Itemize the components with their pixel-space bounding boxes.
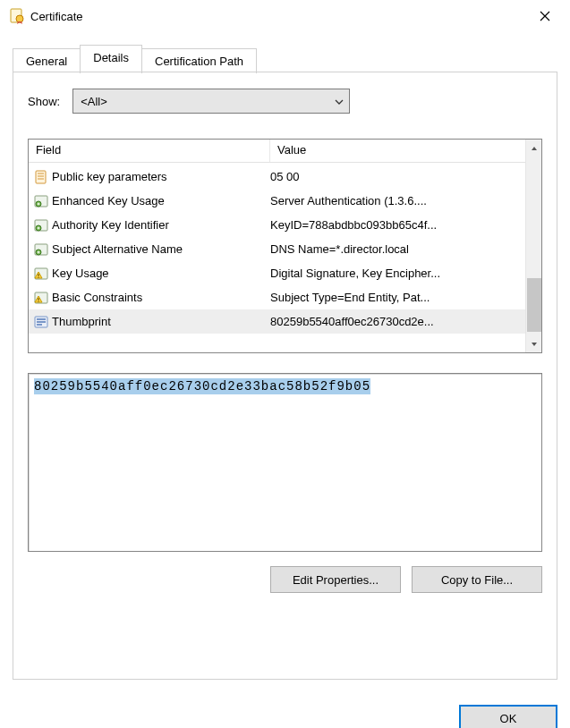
show-select-value: <All> bbox=[81, 95, 107, 108]
svg-rect-17 bbox=[38, 301, 38, 301]
list-cell-value: KeyID=788abdbbc093bb65c4f... bbox=[270, 218, 525, 232]
thumbprint-icon bbox=[32, 313, 50, 331]
list-row[interactable]: Thumbprint80259b5540aff0ec26730cd2e... bbox=[29, 309, 525, 334]
tab-strip: General Details Certification Path bbox=[13, 39, 557, 72]
list-cell-value: DNS Name=*.director.local bbox=[270, 242, 525, 256]
list-cell-field: Basic Constraints bbox=[29, 289, 270, 307]
list-row[interactable]: Public key parameters05 00 bbox=[29, 165, 525, 189]
column-header-value[interactable]: Value bbox=[270, 140, 525, 162]
title-bar: Certificate bbox=[0, 0, 570, 32]
close-icon bbox=[540, 11, 550, 21]
list-cell-field: Thumbprint bbox=[29, 313, 270, 331]
list-header: Field Value bbox=[29, 140, 525, 163]
certificate-icon bbox=[9, 8, 25, 24]
field-text: Key Usage bbox=[52, 267, 109, 280]
svg-rect-2 bbox=[36, 171, 46, 183]
svg-rect-16 bbox=[38, 298, 38, 301]
panel-button-row: Edit Properties... Copy to File... bbox=[28, 566, 542, 593]
list-cell-value: 80259b5540aff0ec26730cd2e... bbox=[270, 315, 525, 328]
tab-certification-path[interactable]: Certification Path bbox=[141, 48, 257, 73]
dialog-footer: OK bbox=[0, 692, 570, 728]
svg-rect-13 bbox=[38, 274, 38, 276]
list-cell-field: Subject Alternative Name bbox=[29, 241, 270, 258]
tab-panel-details: Show: <All> Field Value Public key param… bbox=[13, 72, 557, 680]
tab-general[interactable]: General bbox=[13, 48, 81, 73]
svg-point-1 bbox=[16, 15, 23, 22]
scroll-thumb[interactable] bbox=[527, 278, 541, 332]
field-text: Public key parameters bbox=[52, 170, 167, 183]
list-cell-field: Public key parameters bbox=[29, 168, 270, 186]
field-text: Subject Alternative Name bbox=[52, 242, 183, 256]
show-select[interactable]: <All> bbox=[72, 89, 350, 114]
list-row[interactable]: Subject Alternative NameDNS Name=*.direc… bbox=[29, 237, 525, 261]
document-icon bbox=[32, 168, 50, 186]
show-label: Show: bbox=[28, 95, 60, 108]
extension-icon bbox=[32, 216, 50, 234]
field-text: Basic Constraints bbox=[52, 291, 142, 304]
list-cell-value: 05 00 bbox=[270, 170, 525, 183]
list-row[interactable]: Basic ConstraintsSubject Type=End Entity… bbox=[29, 285, 525, 309]
field-list: Field Value Public key parameters05 00En… bbox=[28, 139, 542, 353]
list-cell-field: Authority Key Identifier bbox=[29, 216, 270, 234]
close-button[interactable] bbox=[527, 3, 563, 30]
copy-to-file-button[interactable]: Copy to File... bbox=[412, 566, 542, 593]
extension-warning-icon bbox=[32, 289, 50, 307]
detail-text-box[interactable]: 80259b5540aff0ec26730cd2e33bac58b52f9b05 bbox=[28, 373, 542, 552]
extension-warning-icon bbox=[32, 265, 50, 283]
list-cell-value: Digital Signature, Key Encipher... bbox=[270, 267, 525, 280]
svg-rect-20 bbox=[37, 321, 46, 323]
window-title: Certificate bbox=[25, 10, 527, 23]
edit-properties-button[interactable]: Edit Properties... bbox=[270, 566, 401, 593]
dialog-content: General Details Certification Path Show:… bbox=[0, 32, 570, 692]
list-cell-field: Key Usage bbox=[29, 265, 270, 283]
svg-rect-14 bbox=[38, 276, 38, 277]
field-text: Authority Key Identifier bbox=[52, 218, 169, 232]
svg-rect-21 bbox=[37, 324, 42, 326]
show-row: Show: <All> bbox=[28, 89, 542, 114]
scroll-up-icon[interactable] bbox=[531, 140, 538, 157]
field-text: Enhanced Key Usage bbox=[52, 194, 165, 207]
chevron-down-icon bbox=[335, 97, 344, 106]
list-cell-field: Enhanced Key Usage bbox=[29, 192, 270, 210]
list-cell-value: Server Authentication (1.3.6.... bbox=[270, 194, 525, 207]
ok-button[interactable]: OK bbox=[459, 705, 557, 728]
extension-icon bbox=[32, 192, 50, 210]
field-text: Thumbprint bbox=[52, 315, 111, 328]
list-row[interactable]: Enhanced Key UsageServer Authentication … bbox=[29, 189, 525, 213]
list-cell-value: Subject Type=End Entity, Pat... bbox=[270, 291, 525, 304]
tab-details[interactable]: Details bbox=[80, 45, 142, 72]
vertical-scrollbar[interactable] bbox=[525, 140, 541, 352]
extension-icon bbox=[32, 241, 50, 258]
column-header-field[interactable]: Field bbox=[29, 140, 270, 162]
detail-selected-text: 80259b5540aff0ec26730cd2e33bac58b52f9b05 bbox=[34, 378, 370, 394]
list-row[interactable]: Authority Key IdentifierKeyID=788abdbbc0… bbox=[29, 213, 525, 237]
list-row[interactable]: Key UsageDigital Signature, Key Encipher… bbox=[29, 261, 525, 285]
scroll-down-icon[interactable] bbox=[531, 335, 538, 352]
svg-rect-19 bbox=[37, 318, 46, 320]
